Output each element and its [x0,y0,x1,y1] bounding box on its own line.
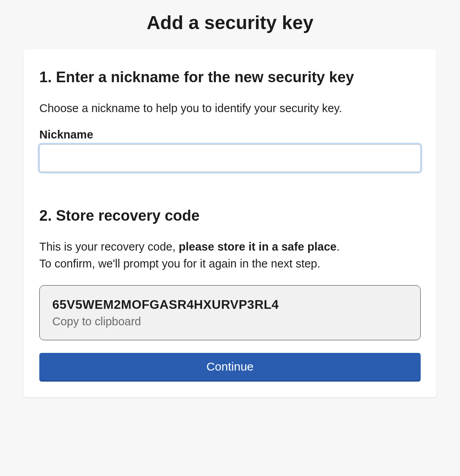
section-nickname-heading: 1. Enter a nickname for the new security… [39,69,421,86]
recovery-desc-prefix: This is your recovery code, [39,240,179,253]
security-key-card: 1. Enter a nickname for the new security… [24,49,436,397]
continue-button[interactable]: Continue [39,353,421,382]
nickname-input[interactable] [39,144,421,172]
page-title: Add a security key [24,12,436,33]
copy-to-clipboard-hint: Copy to clipboard [52,315,408,328]
section-nickname-description: Choose a nickname to help you to identif… [39,100,421,117]
section-recovery-heading: 2. Store recovery code [39,207,421,224]
recovery-code-box[interactable]: 65V5WEM2MOFGASR4HXURVP3RL4 Copy to clipb… [39,285,421,340]
recovery-code-value: 65V5WEM2MOFGASR4HXURVP3RL4 [52,297,408,312]
recovery-desc-bold: please store it in a safe place [179,240,337,253]
section-recovery-description: This is your recovery code, please store… [39,238,421,273]
nickname-label: Nickname [39,128,421,141]
recovery-desc-suffix1: . [337,240,340,253]
recovery-desc-suffix2: To confirm, we'll prompt you for it agai… [39,257,320,270]
